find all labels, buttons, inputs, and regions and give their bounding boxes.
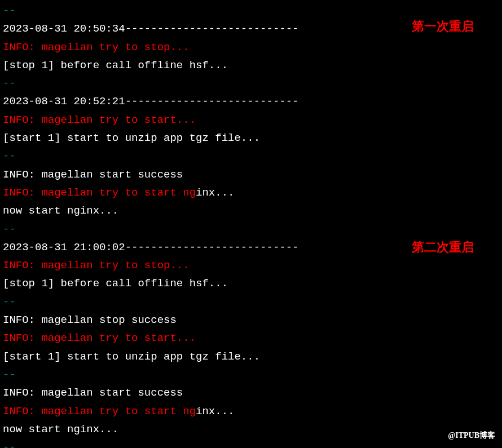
log-text: INFO: magellan try to start... <box>3 114 196 126</box>
log-text: [start 1] start to unzip app tgz file... <box>3 351 260 363</box>
log-line: now start nginx... <box>3 202 499 220</box>
log-text: 2023-08-31 20:50:34---------------------… <box>3 23 299 35</box>
log-line: -- <box>3 74 499 92</box>
log-segment: inx... <box>196 187 234 199</box>
watermark: @ITPUB博客 <box>448 429 495 442</box>
log-text: INFO: magellan try to start... <box>3 332 196 344</box>
log-text: now start nginx... <box>3 423 118 436</box>
log-line: [start 1] start to unzip app tgz file... <box>3 129 499 147</box>
log-text: INFO: magellan start success <box>3 168 183 181</box>
log-segment: inx... <box>196 405 234 418</box>
log-line: now start nginx... <box>3 420 499 438</box>
log-text: -- <box>3 441 16 448</box>
log-text: -- <box>3 150 16 162</box>
log-line: 2023-08-31 20:52:21---------------------… <box>3 92 499 110</box>
log-line: [start 1] start to unzip app tgz file... <box>3 348 499 366</box>
log-line: -- <box>3 293 499 311</box>
log-line: INFO: magellan try to start nginx... <box>3 184 499 202</box>
log-text: [stop 1] before call offline hsf... <box>3 277 228 290</box>
log-line: INFO: magellan try to start... <box>3 111 499 129</box>
log-line: -- <box>3 366 499 384</box>
log-line: -- <box>3 220 499 238</box>
log-text: INFO: magellan try to stop... <box>3 259 190 272</box>
log-text: -- <box>3 223 16 236</box>
log-text: INFO: magellan try to stop... <box>3 41 190 54</box>
annotation-second-restart: 第二次重启 <box>412 237 474 258</box>
log-text: INFO: magellan stop success <box>3 314 177 326</box>
log-line: INFO: magellan start success <box>3 384 499 402</box>
log-text: -- <box>3 5 16 17</box>
log-line: INFO: magellan try to stop... <box>3 256 499 274</box>
log-text: [stop 1] before call offline hsf... <box>3 59 228 72</box>
log-text: [start 1] start to unzip app tgz file... <box>3 132 260 144</box>
terminal-output: --2023-08-31 20:50:34-------------------… <box>0 0 502 448</box>
log-text: -- <box>3 77 16 90</box>
log-text: 2023-08-31 20:52:21---------------------… <box>3 95 299 108</box>
log-line: -- <box>3 438 499 448</box>
log-line: INFO: magellan try to stop... <box>3 38 499 56</box>
log-line: [stop 1] before call offline hsf... <box>3 56 499 74</box>
log-text: -- <box>3 296 16 308</box>
log-line: INFO: magellan try to start nginx... <box>3 402 499 420</box>
annotation-first-restart: 第一次重启 <box>412 16 474 37</box>
log-line: INFO: magellan try to start... <box>3 329 499 347</box>
log-text: now start nginx... <box>3 205 118 217</box>
log-text: 2023-08-31 21:00:02---------------------… <box>3 241 299 254</box>
log-line: -- <box>3 147 499 165</box>
log-text: -- <box>3 369 16 381</box>
log-text: INFO: magellan start success <box>3 387 183 399</box>
log-line: [stop 1] before call offline hsf... <box>3 274 499 292</box>
log-segment: INFO: magellan try to start ng <box>3 187 196 199</box>
log-line: INFO: magellan start success <box>3 166 499 184</box>
log-segment: INFO: magellan try to start ng <box>3 405 196 418</box>
log-line: INFO: magellan stop success <box>3 311 499 329</box>
